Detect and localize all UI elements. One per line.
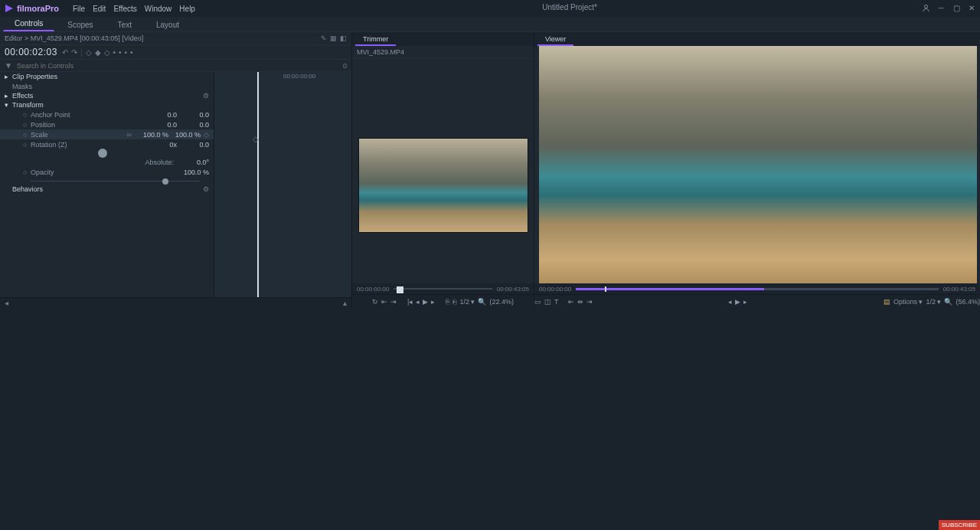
panel-toggle-icon[interactable]: ◧ (340, 34, 347, 42)
scale-kf-diamond-icon[interactable]: ◇ (204, 131, 209, 139)
trimmer-scrubber[interactable] (394, 288, 492, 290)
section-effects[interactable]: Effects (12, 92, 33, 100)
kf-next-icon[interactable]: ◇ (104, 48, 110, 57)
keyframe-mode-icon[interactable]: ▦ (330, 34, 337, 42)
overwrite-icon[interactable]: ⎗ (452, 298, 456, 306)
tab-viewer[interactable]: Viewer (537, 34, 573, 46)
goto-start-icon[interactable]: |◂ (407, 298, 413, 306)
viewer-quality-icon[interactable]: ▤ (884, 298, 890, 306)
keyframe-timeline[interactable]: 00:00:00:00 ◇ (214, 72, 351, 297)
section-masks[interactable]: Masks (12, 83, 32, 90)
footer-left-handle-icon[interactable]: ◂ (5, 299, 8, 307)
workspace-tab-strip: Controls Scopes Text Layout (0, 17, 980, 32)
tab-scopes[interactable]: Scopes (56, 18, 104, 31)
menu-file[interactable]: File (73, 5, 85, 13)
edit-mode-icon[interactable]: ✎ (321, 34, 327, 42)
subscribe-badge[interactable]: SUBSCRIBE (939, 520, 980, 530)
user-icon[interactable] (920, 2, 931, 13)
controls-search-input[interactable] (17, 62, 338, 70)
insert-icon[interactable]: ⎘ (446, 298, 449, 306)
viewer-options-select[interactable]: Options ▾ (893, 298, 923, 306)
viewer-scrubber[interactable] (576, 288, 938, 290)
step-fwd-icon[interactable]: ▸ (431, 298, 435, 306)
viewer-mark-clear-icon[interactable]: ⇹ (577, 298, 583, 306)
scale-link-icon[interactable]: ∞ (127, 131, 132, 139)
viewer-step-fwd-icon[interactable]: ▸ (743, 298, 747, 306)
footer-right-handle-icon[interactable]: ▴ (343, 299, 347, 307)
prop-rotation-turns[interactable]: 0x (145, 141, 177, 149)
kf-dot3-icon[interactable]: • (125, 48, 128, 57)
viewer-zoom-icon[interactable]: 🔍 (944, 298, 952, 306)
viewer-panel: Viewer 00:00:00:00 00:00:43:05 ▭ ◫ T ⇤ ⇹… (534, 32, 980, 308)
prop-anchor-y[interactable]: 0.0 (177, 111, 209, 119)
prop-rotation-deg[interactable]: 0.0 (177, 141, 209, 149)
loop-icon[interactable]: ↻ (372, 298, 378, 306)
prop-opacity-label: Opacity (31, 168, 145, 176)
rotation-dial[interactable] (31, 150, 200, 156)
trimmer-panel: Trimmer MVI_4529.MP4 00:00:00:00 00:00:4… (352, 32, 534, 308)
kf-dot-icon[interactable]: • (113, 48, 116, 57)
menu-edit[interactable]: Edit (93, 5, 106, 13)
kf-anchor-icon[interactable]: ○ (23, 111, 31, 119)
prop-anchor-x[interactable]: 0.0 (145, 111, 177, 119)
keyframe-playhead[interactable] (257, 72, 259, 297)
section-clip-properties[interactable]: Clip Properties (12, 73, 57, 80)
viewer-select-icon[interactable]: ▭ (534, 298, 541, 306)
menu-help[interactable]: Help (179, 5, 195, 13)
kf-dot4-icon[interactable]: • (130, 48, 133, 57)
prop-scale-x[interactable]: 100.0 % (136, 131, 168, 139)
close-icon[interactable]: ✕ (966, 2, 977, 13)
kf-position-icon[interactable]: ○ (23, 121, 31, 129)
redo-icon[interactable]: ↷ (71, 48, 77, 57)
kf-opacity-icon[interactable]: ○ (23, 168, 31, 176)
kf-scale-icon[interactable]: ○ (23, 131, 31, 139)
trimmer-time-right: 00:00:43:05 (497, 286, 529, 293)
controls-footer: ◂ ▴ (0, 297, 351, 308)
viewer-crop-icon[interactable]: ◫ (544, 298, 551, 306)
undo-icon[interactable]: ↶ (62, 48, 68, 57)
absolute-label: Absolute: (145, 159, 174, 166)
scale-keyframe-marker[interactable]: ◇ (253, 135, 259, 143)
tab-layout[interactable]: Layout (145, 18, 191, 31)
tab-trimmer[interactable]: Trimmer (355, 34, 396, 46)
mark-out-icon[interactable]: ⇥ (390, 298, 397, 306)
play-icon[interactable]: ▶ (423, 298, 428, 306)
kf-add-icon[interactable]: ◆ (95, 48, 101, 57)
viewer-frame[interactable] (539, 46, 977, 283)
absolute-value: 0.0° (177, 159, 209, 166)
effects-gear-icon[interactable]: ⚙ (203, 92, 209, 100)
behaviors-gear-icon[interactable]: ⚙ (203, 185, 209, 193)
controls-timecode[interactable]: 00:00:02:03 (5, 47, 57, 57)
minimize-icon[interactable]: ─ (936, 2, 946, 13)
maximize-icon[interactable]: ▢ (951, 2, 962, 13)
trimmer-preview[interactable] (352, 59, 534, 283)
viewer-step-back-icon[interactable]: ◂ (728, 298, 732, 306)
filter-icon[interactable]: ▼ (5, 61, 12, 70)
trimmer-zoom-icon[interactable]: 🔍 (478, 298, 486, 306)
opacity-slider[interactable] (31, 178, 200, 184)
section-behaviors[interactable]: Behaviors (12, 185, 43, 193)
tab-text[interactable]: Text (106, 18, 143, 31)
viewer-play-icon[interactable]: ▶ (735, 298, 740, 306)
prop-scale-y[interactable]: 100.0 % (168, 131, 201, 139)
kf-prev-icon[interactable]: ◇ (86, 48, 92, 57)
viewer-text-icon[interactable]: T (554, 298, 559, 306)
menu-window[interactable]: Window (145, 5, 172, 13)
viewer-mark-in-icon[interactable]: ⇤ (568, 298, 574, 306)
viewer-scale-select[interactable]: 1/2 ▾ (926, 298, 941, 306)
section-transform[interactable]: Transform (12, 101, 44, 109)
step-back-icon[interactable]: ◂ (416, 298, 420, 306)
prop-position-x[interactable]: 0.0 (145, 121, 177, 129)
tab-controls[interactable]: Controls (3, 16, 54, 31)
controls-breadcrumb: Editor > MVI_4529.MP4 [00:00:43:05] [Vid… (5, 34, 143, 42)
tc-separator: | (80, 48, 83, 57)
prop-position-y[interactable]: 0.0 (177, 121, 209, 129)
mark-in-icon[interactable]: ⇤ (381, 298, 387, 306)
kf-dot2-icon[interactable]: • (119, 48, 122, 57)
prop-position-label: Position (31, 121, 145, 129)
menu-effects[interactable]: Effects (113, 5, 136, 13)
prop-opacity-value[interactable]: 100.0 % (145, 168, 209, 176)
viewer-mark-out-icon[interactable]: ⇥ (586, 298, 593, 306)
trimmer-scale-select[interactable]: 1/2 ▾ (459, 298, 475, 306)
kf-rotation-icon[interactable]: ○ (23, 141, 31, 149)
